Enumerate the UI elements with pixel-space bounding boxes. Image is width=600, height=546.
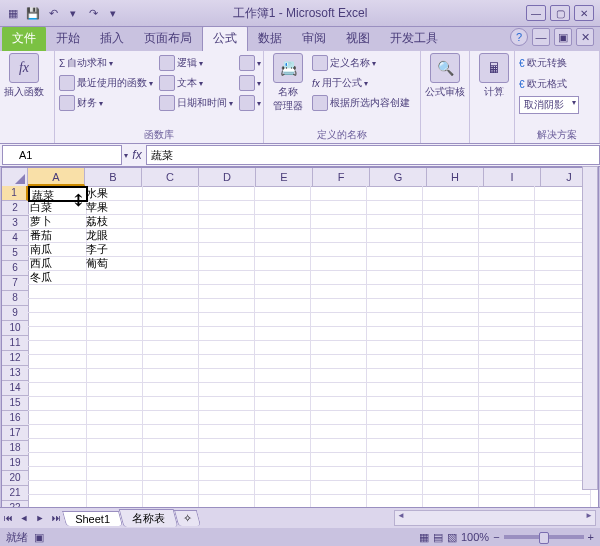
vertical-scrollbar[interactable] — [582, 166, 598, 490]
cell-C4[interactable] — [140, 228, 199, 243]
cell-F11[interactable] — [308, 326, 367, 341]
cell-H16[interactable] — [420, 396, 479, 411]
cell-F17[interactable] — [308, 410, 367, 425]
cell-A9[interactable] — [28, 298, 87, 313]
cell-H2[interactable] — [420, 200, 479, 215]
cell-A8[interactable] — [28, 284, 87, 299]
use-in-formula-button[interactable]: fx用于公式 ▾ — [312, 73, 410, 93]
cells-container[interactable]: 蔬菜水果白菜苹果萝卜荔枝番茄龙眼南瓜李子西瓜葡萄冬瓜⤡ — [28, 186, 598, 508]
cell-D17[interactable] — [196, 410, 255, 425]
cell-E9[interactable] — [252, 298, 311, 313]
cell-E15[interactable] — [252, 382, 311, 397]
cell-A20[interactable] — [28, 452, 87, 467]
col-header-G[interactable]: G — [370, 168, 427, 186]
cell-E4[interactable] — [252, 228, 311, 243]
cell-D15[interactable] — [196, 382, 255, 397]
cell-G9[interactable] — [364, 298, 423, 313]
cell-F15[interactable] — [308, 382, 367, 397]
cell-F4[interactable] — [308, 228, 367, 243]
cell-I8[interactable] — [476, 284, 535, 299]
cell-H10[interactable] — [420, 312, 479, 327]
cell-H18[interactable] — [420, 424, 479, 439]
cell-E16[interactable] — [252, 396, 311, 411]
cell-I15[interactable] — [476, 382, 535, 397]
cell-B14[interactable] — [84, 368, 143, 383]
tab-file[interactable]: 文件 — [2, 26, 46, 51]
col-header-I[interactable]: I — [484, 168, 541, 186]
cell-B15[interactable] — [84, 382, 143, 397]
cell-H14[interactable] — [420, 368, 479, 383]
cell-B21[interactable] — [84, 466, 143, 481]
tab-review[interactable]: 审阅 — [292, 26, 336, 51]
help-icon[interactable]: ? — [510, 28, 528, 46]
cell-C14[interactable] — [140, 368, 199, 383]
cell-G19[interactable] — [364, 438, 423, 453]
cell-C2[interactable] — [140, 200, 199, 215]
lookup-button[interactable]: ▾ — [239, 53, 261, 73]
cell-D14[interactable] — [196, 368, 255, 383]
row-header-5[interactable]: 5 — [2, 246, 28, 261]
cell-A13[interactable] — [28, 354, 87, 369]
horizontal-scrollbar[interactable] — [394, 510, 596, 526]
cell-C22[interactable] — [140, 480, 199, 495]
cell-H13[interactable] — [420, 354, 479, 369]
cell-B3[interactable]: 荔枝 — [84, 214, 143, 229]
cell-D22[interactable] — [196, 480, 255, 495]
name-box[interactable]: A1 — [2, 145, 122, 165]
cell-C12[interactable] — [140, 340, 199, 355]
cell-I1[interactable] — [476, 186, 535, 201]
cell-H4[interactable] — [420, 228, 479, 243]
cell-D9[interactable] — [196, 298, 255, 313]
row-header-6[interactable]: 6 — [2, 261, 28, 276]
cell-B2[interactable]: 苹果 — [84, 200, 143, 215]
col-header-H[interactable]: H — [427, 168, 484, 186]
cell-D3[interactable] — [196, 214, 255, 229]
formula-input[interactable]: 蔬菜 — [146, 145, 600, 165]
cell-G15[interactable] — [364, 382, 423, 397]
recent-functions-button[interactable]: 最近使用的函数 ▾ — [59, 73, 153, 93]
cell-I18[interactable] — [476, 424, 535, 439]
cell-G6[interactable] — [364, 256, 423, 271]
cell-C17[interactable] — [140, 410, 199, 425]
cell-G2[interactable] — [364, 200, 423, 215]
cell-A1[interactable]: 蔬菜 — [28, 186, 88, 202]
view-break-icon[interactable]: ▧ — [447, 531, 457, 544]
fx-button-icon[interactable]: fx — [128, 148, 146, 162]
cell-C11[interactable] — [140, 326, 199, 341]
cell-I22[interactable] — [476, 480, 535, 495]
cell-D7[interactable] — [196, 270, 255, 285]
cell-D1[interactable] — [196, 186, 255, 201]
cell-I7[interactable] — [476, 270, 535, 285]
cell-D8[interactable] — [196, 284, 255, 299]
cell-E12[interactable] — [252, 340, 311, 355]
doc-close-button[interactable]: ✕ — [576, 28, 594, 46]
cell-H20[interactable] — [420, 452, 479, 467]
row-header-4[interactable]: 4 — [2, 231, 28, 246]
maximize-button[interactable]: ▢ — [550, 5, 570, 21]
macro-record-icon[interactable]: ▣ — [34, 531, 44, 544]
calculate-button[interactable]: 🖩 计算 — [474, 53, 514, 99]
minimize-button[interactable]: — — [526, 5, 546, 21]
cell-E18[interactable] — [252, 424, 311, 439]
name-manager-button[interactable]: 📇 名称 管理器 — [268, 53, 308, 113]
cell-E1[interactable] — [252, 186, 311, 201]
cell-G21[interactable] — [364, 466, 423, 481]
financial-button[interactable]: 财务 ▾ — [59, 93, 153, 113]
cell-G5[interactable] — [364, 242, 423, 257]
cell-E22[interactable] — [252, 480, 311, 495]
cell-I20[interactable] — [476, 452, 535, 467]
row-header-13[interactable]: 13 — [2, 366, 28, 381]
cell-C10[interactable] — [140, 312, 199, 327]
cell-F21[interactable] — [308, 466, 367, 481]
cell-I12[interactable] — [476, 340, 535, 355]
sheet-tab-sheet1[interactable]: Sheet1 — [62, 511, 123, 526]
cell-C15[interactable] — [140, 382, 199, 397]
cell-A18[interactable] — [28, 424, 87, 439]
cell-E19[interactable] — [252, 438, 311, 453]
cell-I10[interactable] — [476, 312, 535, 327]
insert-function-button[interactable]: fx 插入函数 — [4, 53, 44, 99]
undo-dropdown-icon[interactable]: ▾ — [64, 4, 82, 22]
cell-G10[interactable] — [364, 312, 423, 327]
cell-D11[interactable] — [196, 326, 255, 341]
text-button[interactable]: 文本 ▾ — [159, 73, 233, 93]
